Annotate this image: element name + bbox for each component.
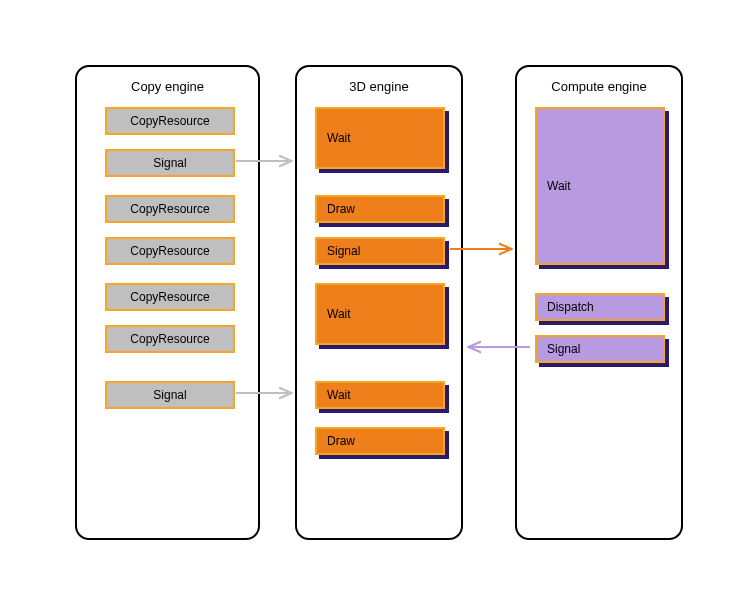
d3-block-wait: Wait xyxy=(315,381,445,409)
copy-block-copyresource: CopyResource xyxy=(105,283,235,311)
block-label: CopyResource xyxy=(130,290,209,304)
compute-block-wait: Wait xyxy=(535,107,665,265)
diagram-canvas: Copy engine CopyResource Signal CopyReso… xyxy=(0,0,753,603)
block-label: Wait xyxy=(547,179,571,193)
3d-engine-title: 3D engine xyxy=(309,79,449,94)
copy-engine-column: Copy engine CopyResource Signal CopyReso… xyxy=(75,65,260,540)
copy-block-copyresource: CopyResource xyxy=(105,237,235,265)
d3-block-wait: Wait xyxy=(315,283,445,345)
block-label: Draw xyxy=(327,434,355,448)
block-label: Wait xyxy=(327,131,351,145)
d3-block-draw: Draw xyxy=(315,195,445,223)
block-label: Dispatch xyxy=(547,300,594,314)
block-label: Signal xyxy=(327,244,360,258)
d3-block-signal: Signal xyxy=(315,237,445,265)
copy-block-copyresource: CopyResource xyxy=(105,325,235,353)
block-label: CopyResource xyxy=(130,244,209,258)
block-label: Signal xyxy=(153,156,186,170)
copy-block-signal: Signal xyxy=(105,381,235,409)
block-label: Signal xyxy=(547,342,580,356)
compute-block-signal: Signal xyxy=(535,335,665,363)
d3-block-draw: Draw xyxy=(315,427,445,455)
compute-engine-title: Compute engine xyxy=(529,79,669,94)
block-label: CopyResource xyxy=(130,202,209,216)
block-label: Wait xyxy=(327,388,351,402)
block-label: CopyResource xyxy=(130,114,209,128)
compute-block-dispatch: Dispatch xyxy=(535,293,665,321)
copy-block-copyresource: CopyResource xyxy=(105,107,235,135)
3d-engine-column: 3D engine Wait Draw Signal Wait Wait Dra… xyxy=(295,65,463,540)
copy-block-signal: Signal xyxy=(105,149,235,177)
block-label: Wait xyxy=(327,307,351,321)
d3-block-wait: Wait xyxy=(315,107,445,169)
copy-block-copyresource: CopyResource xyxy=(105,195,235,223)
block-label: Signal xyxy=(153,388,186,402)
compute-engine-column: Compute engine Wait Dispatch Signal xyxy=(515,65,683,540)
copy-engine-title: Copy engine xyxy=(89,79,246,94)
block-label: CopyResource xyxy=(130,332,209,346)
block-label: Draw xyxy=(327,202,355,216)
